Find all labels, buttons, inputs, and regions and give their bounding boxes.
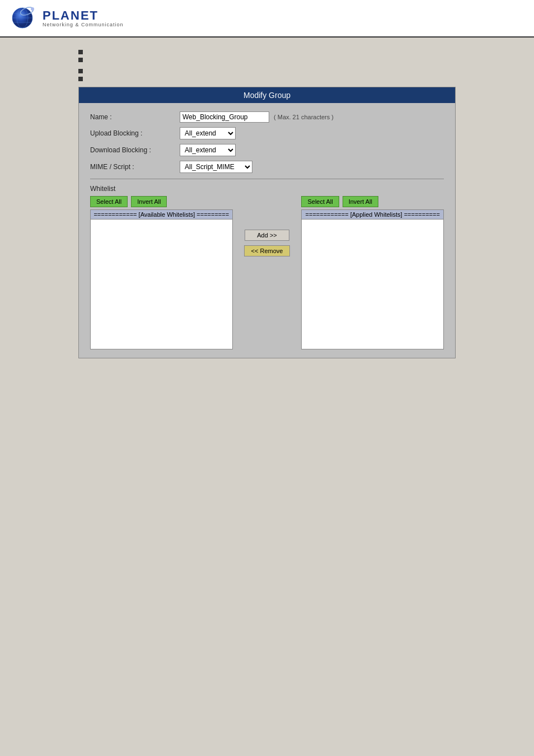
- bullet-icon-4: [78, 77, 83, 81]
- right-btn-row: Select All Invert All: [301, 196, 444, 207]
- middle-controls: Add >> << Remove: [233, 230, 302, 256]
- logo-planet-label: PLANET: [43, 10, 124, 22]
- available-whitelists-listbox[interactable]: ============ [Available Whitelists] ====…: [90, 209, 233, 349]
- panel-title: Modify Group: [243, 91, 291, 100]
- right-invert-all-button[interactable]: Invert All: [343, 196, 378, 207]
- divider: [90, 179, 444, 179]
- page-content: Modify Group Name : ( Max. 21 characters…: [0, 38, 534, 370]
- left-btn-row: Select All Invert All: [90, 196, 233, 207]
- modify-group-panel: Modify Group Name : ( Max. 21 characters…: [78, 87, 456, 358]
- download-blocking-row: Download Blocking : All_extend None Cust…: [90, 144, 444, 156]
- panel-title-bar: Modify Group: [79, 87, 455, 103]
- download-blocking-select[interactable]: All_extend None Custom: [180, 144, 236, 156]
- upload-blocking-row: Upload Blocking : All_extend None Custom: [90, 127, 444, 139]
- panel-body: Name : ( Max. 21 characters ) Upload Blo…: [79, 103, 455, 358]
- whitelist-label: Whitelist: [90, 185, 444, 193]
- mime-script-select[interactable]: All_Script_MIME None Custom: [180, 161, 252, 173]
- logo-area: PLANET Networking & Communication: [11, 6, 523, 31]
- applied-whitelists-listbox[interactable]: ============ [Applied Whitelists] ======…: [301, 209, 444, 349]
- bullet-group-1: [78, 49, 456, 62]
- planet-logo-icon: [11, 6, 39, 31]
- applied-whitelists-header: ============ [Applied Whitelists] ======…: [302, 210, 443, 220]
- logo-sub-label: Networking & Communication: [43, 22, 124, 27]
- logo-text: PLANET Networking & Communication: [43, 10, 124, 27]
- upload-blocking-label: Upload Blocking :: [90, 129, 180, 137]
- whitelist-section: Whitelist Select All Invert All ========…: [90, 185, 444, 349]
- name-hint: ( Max. 21 characters ): [274, 114, 334, 120]
- name-row: Name : ( Max. 21 characters ): [90, 111, 444, 123]
- available-whitelists-header: ============ [Available Whitelists] ====…: [91, 210, 232, 220]
- upload-blocking-select[interactable]: All_extend None Custom: [180, 127, 236, 139]
- svg-point-8: [31, 7, 34, 11]
- header: PLANET Networking & Communication: [0, 0, 534, 38]
- whitelist-layout: Select All Invert All ============ [Avai…: [90, 196, 444, 349]
- bullet-icon-3: [78, 69, 83, 73]
- right-select-all-button[interactable]: Select All: [301, 196, 339, 207]
- bullet-group-2: [78, 68, 456, 81]
- bullet-item-3: [78, 68, 456, 73]
- mime-script-row: MIME / Script : All_Script_MIME None Cus…: [90, 161, 444, 173]
- applied-whitelists-panel: Select All Invert All ============ [Appl…: [301, 196, 444, 349]
- remove-button[interactable]: << Remove: [244, 245, 291, 256]
- bullet-section: [78, 49, 456, 81]
- name-label: Name :: [90, 113, 180, 121]
- add-button[interactable]: Add >>: [245, 230, 289, 241]
- left-select-all-button[interactable]: Select All: [90, 196, 128, 207]
- bullet-item-1: [78, 49, 456, 54]
- bullet-icon-2: [78, 58, 83, 62]
- bullet-item-2: [78, 57, 456, 62]
- available-whitelists-panel: Select All Invert All ============ [Avai…: [90, 196, 233, 349]
- mime-script-label: MIME / Script :: [90, 163, 180, 171]
- left-invert-all-button[interactable]: Invert All: [131, 196, 167, 207]
- bullet-icon-1: [78, 50, 83, 54]
- name-input[interactable]: [180, 111, 269, 123]
- download-blocking-label: Download Blocking :: [90, 146, 180, 154]
- bullet-item-4: [78, 76, 456, 81]
